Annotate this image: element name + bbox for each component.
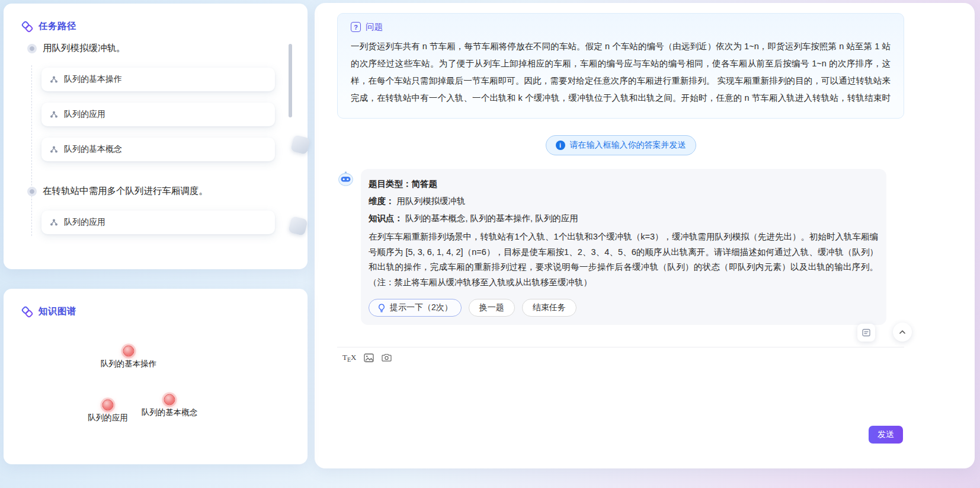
task-group-items: 队列的应用: [21, 210, 290, 234]
question-card: ? 问题 一列货运列车共有 n 节车厢，每节车厢将停放在不同的车站。假定 n 个…: [337, 13, 904, 119]
hint-button[interactable]: 提示一下（2次）: [369, 299, 462, 317]
task-path-header: 任务路径: [4, 4, 308, 33]
knowledge-node-icon: [50, 110, 58, 119]
assistant-message-body: 在列车车厢重新排列场景中，转轨站有1个入轨、1个出轨和3个缓冲轨（k=3），缓冲…: [369, 229, 878, 290]
tex-letter: E: [347, 356, 351, 363]
task-item[interactable]: 队列的基本操作: [41, 68, 275, 91]
task-path-title: 任务路径: [39, 20, 76, 33]
graph-node[interactable]: [164, 394, 175, 406]
main-panel: ? 问题 一列货运列车共有 n 节车厢，每节车厢将停放在不同的车站。假定 n 个…: [315, 3, 975, 468]
task-item[interactable]: 队列的应用: [41, 210, 275, 234]
task-item[interactable]: 队列的基本概念: [41, 138, 275, 161]
notice-wrapper: i 请在输入框输入你的答案并发送: [337, 135, 904, 155]
question-type-value: 简答题: [412, 179, 438, 189]
question-type-label: 题目类型：: [369, 179, 412, 189]
dimension-value: 用队列模拟缓冲轨: [397, 196, 466, 206]
chevron-up-icon: [898, 328, 907, 336]
dimension-label: 维度：: [369, 196, 395, 206]
task-path-content: 用队列模拟缓冲轨。 队列的基本操作 队列的应用: [4, 33, 308, 234]
task-item-label: 队列的基本操作: [64, 74, 122, 85]
notice-text: 请在输入框输入你的答案并发送: [570, 140, 686, 151]
graph-node-label: 队列的应用: [88, 413, 128, 423]
step-dot-icon: [27, 187, 37, 196]
composer-toolbar: TEX: [337, 347, 904, 362]
task-panel-scrollbar[interactable]: [289, 44, 292, 117]
hint-button-label: 提示一下（2次）: [390, 302, 453, 313]
assistant-message-bubble: 题目类型：简答题 维度： 用队列模拟缓冲轨 知识点： 队列的基本概念, 队列的基…: [361, 169, 886, 325]
answer-input[interactable]: [342, 370, 898, 425]
knowledge-node-icon: [50, 218, 58, 227]
task-group: 在转轨站中需用多个队列进行车厢调度。: [27, 185, 290, 197]
note-icon: [861, 328, 871, 337]
knowledge-points-value: 队列的基本概念, 队列的基本操作, 队列的应用: [405, 213, 578, 223]
task-item[interactable]: 队列的应用: [41, 103, 275, 126]
task-group-items: 队列的基本操作 队列的应用 队列的基本概念: [21, 68, 290, 161]
answer-composer: TEX 发送: [337, 347, 904, 454]
graph-node[interactable]: [103, 400, 114, 411]
knowledge-node-icon: [50, 75, 58, 84]
camera-button[interactable]: [382, 353, 392, 362]
notice-pill: i 请在输入框输入你的答案并发送: [546, 135, 696, 155]
graph-node-label: 队列的基本概念: [142, 407, 198, 418]
info-icon: i: [556, 141, 565, 150]
question-mark-icon: ?: [351, 22, 361, 32]
graph-node-label: 队列的基本操作: [101, 359, 157, 369]
robot-avatar: [337, 170, 354, 187]
message-actions: 提示一下（2次） 换一题 结束任务: [369, 299, 878, 317]
dimension-line: 维度： 用队列模拟缓冲轨: [369, 195, 878, 208]
knowledge-graph-panel: 知识图谱 队列的基本操作 队列的应用 队列的基本概念: [4, 289, 308, 464]
knowledge-node-icon: [50, 145, 58, 154]
tex-letter: T: [342, 353, 347, 362]
step-dot-icon: [27, 44, 37, 53]
bulb-icon: [377, 304, 386, 312]
task-group-title: 用队列模拟缓冲轨。: [43, 42, 126, 55]
knowledge-graph-header: 知识图谱: [4, 289, 308, 318]
knowledge-points-label: 知识点：: [369, 213, 403, 223]
tex-formula-button[interactable]: TEX: [342, 353, 356, 362]
app-background: 任务路径 用队列模拟缓冲轨。 队列的基本操作 队列的应用: [0, 0, 980, 488]
knowledge-graph-title: 知识图谱: [39, 305, 76, 318]
knot-logo-icon: [21, 306, 33, 318]
task-item-label: 队列的应用: [64, 109, 105, 120]
question-type-line: 题目类型：简答题: [369, 178, 878, 190]
knot-logo-icon: [21, 21, 33, 33]
task-item-label: 队列的基本概念: [64, 144, 122, 155]
question-header: ? 问题: [351, 21, 891, 33]
tex-letter: X: [351, 353, 356, 362]
knowledge-points-line: 知识点： 队列的基本概念, 队列的基本操作, 队列的应用: [369, 212, 878, 225]
graph-node[interactable]: [123, 346, 134, 357]
task-group-title: 在转轨站中需用多个队列进行车厢调度。: [43, 185, 208, 197]
task-group: 用队列模拟缓冲轨。: [27, 42, 290, 55]
task-item-label: 队列的应用: [64, 217, 105, 228]
question-title: 问题: [366, 21, 383, 33]
knowledge-graph-canvas: 队列的基本操作 队列的应用 队列的基本概念: [4, 318, 308, 454]
collapse-button[interactable]: [893, 323, 912, 342]
question-body: 一列货运列车共有 n 节车厢，每节车厢将停放在不同的车站。假定 n 个车站的编号…: [351, 38, 891, 107]
insert-image-button[interactable]: [364, 353, 374, 362]
task-path-panel: 任务路径 用队列模拟缓冲轨。 队列的基本操作 队列的应用: [4, 4, 308, 269]
send-button[interactable]: 发送: [869, 426, 903, 444]
end-task-button[interactable]: 结束任务: [522, 299, 577, 317]
feedback-button[interactable]: [857, 324, 875, 342]
assistant-message-row: 题目类型：简答题 维度： 用队列模拟缓冲轨 知识点： 队列的基本概念, 队列的基…: [337, 169, 904, 325]
change-question-button[interactable]: 换一题: [469, 299, 515, 317]
